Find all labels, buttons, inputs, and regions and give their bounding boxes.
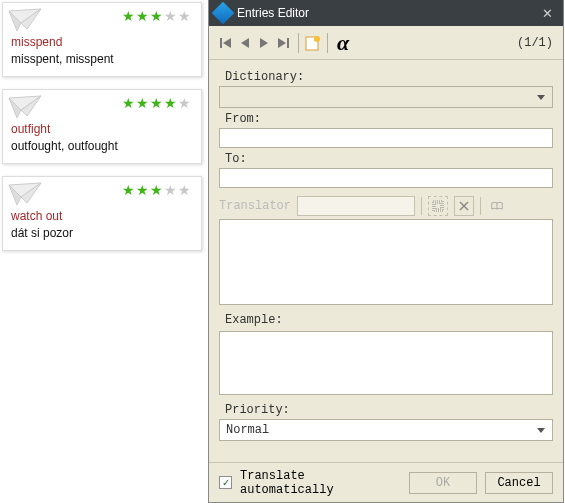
vocab-card[interactable]: ★★★★★outfightoutfought, outfought xyxy=(2,89,202,164)
separator xyxy=(421,197,422,215)
toolbar: α (1/1) xyxy=(209,26,563,60)
svg-rect-14 xyxy=(287,38,289,48)
close-icon[interactable]: ✕ xyxy=(538,6,557,21)
card-subtitle: dát si pozor xyxy=(11,226,193,240)
cards-column: ★★★★★misspendmisspent, misspent★★★★★outf… xyxy=(2,2,202,263)
toolbar-separator xyxy=(298,33,299,53)
star-icon: ★ xyxy=(163,183,177,197)
delete-icon[interactable] xyxy=(454,196,474,216)
dictionary-label: Dictionary: xyxy=(225,70,553,84)
toolbar-separator xyxy=(327,33,328,53)
editor-body: Dictionary: From: To: Translator Example… xyxy=(209,60,563,441)
translator-row: Translator xyxy=(219,196,553,216)
nav-first-button[interactable] xyxy=(217,33,235,53)
star-icon: ★ xyxy=(177,9,191,23)
grid-icon[interactable] xyxy=(428,196,448,216)
translate-auto-label: Translate automatically xyxy=(240,469,401,497)
cancel-button[interactable]: Cancel xyxy=(485,472,553,494)
star-icon: ★ xyxy=(121,9,135,23)
svg-point-17 xyxy=(314,36,320,42)
card-title: watch out xyxy=(11,209,193,223)
star-icon: ★ xyxy=(121,183,135,197)
paper-plane-icon xyxy=(7,7,43,33)
translate-auto-checkbox[interactable]: ✓ xyxy=(219,476,232,489)
card-title: misspend xyxy=(11,35,193,49)
svg-rect-19 xyxy=(435,203,441,209)
star-icon: ★ xyxy=(149,183,163,197)
book-icon[interactable] xyxy=(487,196,507,216)
translator-input[interactable] xyxy=(297,196,415,216)
translator-label: Translator xyxy=(219,199,291,213)
priority-combo[interactable]: Normal xyxy=(219,419,553,441)
paper-plane-icon xyxy=(7,181,43,207)
star-icon: ★ xyxy=(135,183,149,197)
priority-value: Normal xyxy=(226,423,269,437)
to-label: To: xyxy=(225,152,553,166)
translation-textarea[interactable] xyxy=(219,219,553,305)
svg-marker-12 xyxy=(260,38,268,48)
star-icon: ★ xyxy=(121,96,135,110)
titlebar: Entries Editor ✕ xyxy=(209,0,563,26)
star-icon: ★ xyxy=(149,9,163,23)
star-icon: ★ xyxy=(149,96,163,110)
vocab-card[interactable]: ★★★★★watch outdát si pozor xyxy=(2,176,202,251)
star-icon: ★ xyxy=(163,96,177,110)
app-icon xyxy=(212,2,235,25)
example-textarea[interactable] xyxy=(219,331,553,395)
example-label: Example: xyxy=(225,313,553,327)
star-icon: ★ xyxy=(177,183,191,197)
nav-next-button[interactable] xyxy=(255,33,273,53)
to-input[interactable] xyxy=(219,168,553,188)
card-subtitle: outfought, outfought xyxy=(11,139,193,153)
paper-plane-icon xyxy=(7,94,43,120)
svg-rect-9 xyxy=(220,38,222,48)
card-subtitle: misspent, misspent xyxy=(11,52,193,66)
star-icon: ★ xyxy=(135,96,149,110)
from-input[interactable] xyxy=(219,128,553,148)
svg-marker-11 xyxy=(241,38,249,48)
card-title: outfight xyxy=(11,122,193,136)
dictionary-combo[interactable] xyxy=(219,86,553,108)
from-label: From: xyxy=(225,112,553,126)
entries-editor-window: Entries Editor ✕ α (1/1) Dictionary: Fro… xyxy=(208,0,564,503)
page-indicator: (1/1) xyxy=(517,36,553,50)
star-icon: ★ xyxy=(177,96,191,110)
priority-label: Priority: xyxy=(225,403,553,417)
window-title: Entries Editor xyxy=(237,6,538,20)
nav-last-button[interactable] xyxy=(274,33,292,53)
svg-marker-13 xyxy=(278,38,286,48)
vocab-card[interactable]: ★★★★★misspendmisspent, misspent xyxy=(2,2,202,77)
new-entry-button[interactable] xyxy=(304,34,322,52)
alpha-button[interactable]: α xyxy=(337,30,349,56)
star-icon: ★ xyxy=(163,9,177,23)
ok-button[interactable]: OK xyxy=(409,472,477,494)
star-icon: ★ xyxy=(135,9,149,23)
svg-marker-10 xyxy=(223,38,231,48)
separator xyxy=(480,197,481,215)
nav-prev-button[interactable] xyxy=(236,33,254,53)
footer: ✓ Translate automatically OK Cancel xyxy=(209,462,563,502)
